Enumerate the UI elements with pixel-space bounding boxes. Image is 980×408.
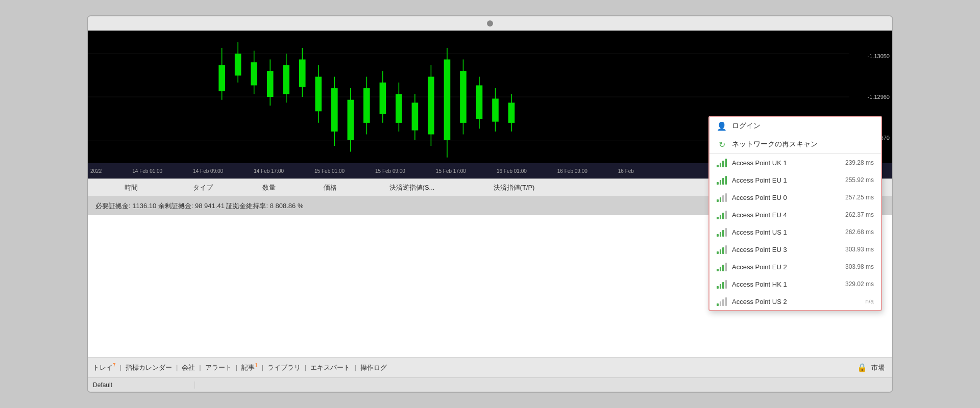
access-point-row[interactable]: Access Point UK 1239.28 ms	[709, 154, 881, 171]
market-button[interactable]: 市場	[871, 363, 885, 372]
time-label-4: 15 Feb 01:00	[314, 168, 345, 174]
access-point-name: Access Point EU 0	[732, 194, 833, 201]
status-default: Default	[93, 381, 195, 389]
svg-rect-41	[508, 103, 515, 123]
time-label-5: 15 Feb 09:00	[375, 168, 405, 174]
price-label-1: -1.13050	[854, 53, 890, 59]
access-point-name: Access Point UK 1	[732, 159, 833, 167]
lock-icon: 🔒	[857, 363, 867, 372]
title-bar	[88, 16, 892, 31]
signal-icon	[717, 262, 727, 271]
svg-rect-13	[283, 65, 289, 94]
access-point-latency: n/a	[838, 298, 874, 305]
access-point-name: Access Point US 1	[732, 228, 833, 236]
time-label-0: 2022	[90, 168, 102, 174]
access-point-name: Access Point HK 1	[732, 280, 833, 288]
nav-item-article[interactable]: 記事1	[241, 363, 258, 372]
svg-rect-39	[492, 98, 499, 121]
nav-item-expert[interactable]: エキスパート	[310, 363, 350, 372]
svg-rect-7	[235, 54, 241, 75]
col-header-tp: 決済指値(T/P)	[463, 183, 565, 192]
svg-rect-23	[363, 88, 370, 123]
time-label-3: 14 Feb 17:00	[254, 168, 284, 174]
access-point-row[interactable]: Access Point EU 2303.98 ms	[709, 258, 881, 275]
access-point-row[interactable]: Access Point US 2n/a	[709, 293, 881, 310]
svg-rect-37	[476, 85, 483, 119]
access-point-latency: 262.37 ms	[838, 211, 874, 218]
svg-rect-33	[444, 60, 451, 140]
nav-item-calendar[interactable]: 指標カレンダー	[126, 363, 172, 372]
login-icon: 👤	[717, 121, 727, 131]
svg-rect-17	[315, 76, 322, 111]
svg-rect-29	[412, 103, 419, 130]
nav-item-log[interactable]: 操作ログ	[360, 363, 387, 372]
access-point-latency: 303.93 ms	[838, 246, 874, 253]
login-label: ログイン	[732, 121, 761, 131]
svg-rect-27	[396, 94, 402, 123]
access-point-latency: 262.68 ms	[838, 228, 874, 236]
login-menu-item[interactable]: 👤 ログイン	[709, 117, 881, 135]
col-header-price: 価格	[300, 183, 361, 192]
main-window: -1.13050 -1.12960 -1.12870 2022 14 Feb 0…	[87, 15, 893, 393]
access-point-name: Access Point EU 2	[732, 263, 833, 271]
col-header-qty: 数量	[238, 183, 300, 192]
col-header-time: 時間	[95, 183, 167, 192]
access-points-list: Access Point UK 1239.28 msAccess Point E…	[709, 154, 881, 310]
signal-icon	[717, 297, 727, 306]
access-point-row[interactable]: Access Point HK 1329.02 ms	[709, 275, 881, 293]
access-point-name: Access Point EU 3	[732, 246, 833, 253]
access-point-row[interactable]: Access Point EU 0257.25 ms	[709, 189, 881, 206]
col-header-sl: 決済逆指値(S...	[361, 183, 463, 192]
access-point-latency: 329.02 ms	[838, 280, 874, 288]
margin-text: 必要証拠金: 1136.10 余剰証拠金: 98 941.41 証拠金維持率: …	[95, 201, 304, 211]
title-dot	[487, 20, 493, 27]
time-label-1: 14 Feb 01:00	[132, 168, 162, 174]
context-menu: 👤 ログイン ↻ ネットワークの再スキャン Access Point UK 12…	[708, 116, 882, 311]
rescan-menu-item[interactable]: ↻ ネットワークの再スキャン	[709, 135, 881, 154]
svg-rect-25	[380, 83, 386, 114]
access-point-latency: 239.28 ms	[838, 159, 874, 166]
nav-item-alert[interactable]: アラート	[205, 363, 232, 372]
bottom-nav-bar: トレイ7 | 指標カレンダー | 会社 | アラート | 記事1 | ライブラリ…	[88, 357, 892, 377]
price-label-2: -1.12960	[854, 94, 890, 100]
svg-rect-11	[267, 71, 274, 97]
svg-rect-9	[251, 62, 257, 85]
svg-rect-21	[348, 100, 354, 140]
svg-rect-31	[428, 76, 434, 134]
col-header-type: タイプ	[167, 183, 238, 192]
rescan-label: ネットワークの再スキャン	[732, 140, 818, 149]
signal-icon	[717, 279, 727, 289]
access-point-latency: 257.25 ms	[838, 194, 874, 201]
access-point-latency: 255.92 ms	[838, 176, 874, 184]
signal-icon	[717, 158, 727, 167]
time-label-2: 14 Feb 09:00	[193, 168, 223, 174]
access-point-latency: 303.98 ms	[838, 263, 874, 270]
signal-icon	[717, 227, 727, 237]
access-point-name: Access Point EU 1	[732, 176, 833, 184]
access-point-name: Access Point EU 4	[732, 211, 833, 219]
signal-icon	[717, 210, 727, 219]
access-point-row[interactable]: Access Point US 1262.68 ms	[709, 223, 881, 241]
status-bar: Default	[88, 377, 892, 392]
time-label-7: 16 Feb 01:00	[497, 168, 527, 174]
access-point-row[interactable]: Access Point EU 4262.37 ms	[709, 206, 881, 223]
svg-rect-19	[331, 88, 338, 132]
svg-rect-5	[218, 65, 225, 91]
time-label-6: 15 Feb 17:00	[436, 168, 466, 174]
time-label-9: 16 Feb	[618, 168, 634, 174]
svg-rect-35	[460, 71, 467, 123]
nav-item-company[interactable]: 会社	[182, 363, 195, 372]
time-label-8: 16 Feb 09:00	[557, 168, 587, 174]
access-point-row[interactable]: Access Point EU 1255.92 ms	[709, 171, 881, 189]
nav-item-toray[interactable]: トレイ7	[93, 363, 116, 372]
signal-icon	[717, 245, 727, 254]
access-point-row[interactable]: Access Point EU 3303.93 ms	[709, 241, 881, 258]
access-point-name: Access Point US 2	[732, 298, 833, 305]
nav-item-library[interactable]: ライブラリ	[267, 363, 301, 372]
svg-rect-15	[299, 60, 306, 87]
signal-icon	[717, 175, 727, 185]
signal-icon	[717, 193, 727, 202]
rescan-icon: ↻	[717, 139, 727, 149]
